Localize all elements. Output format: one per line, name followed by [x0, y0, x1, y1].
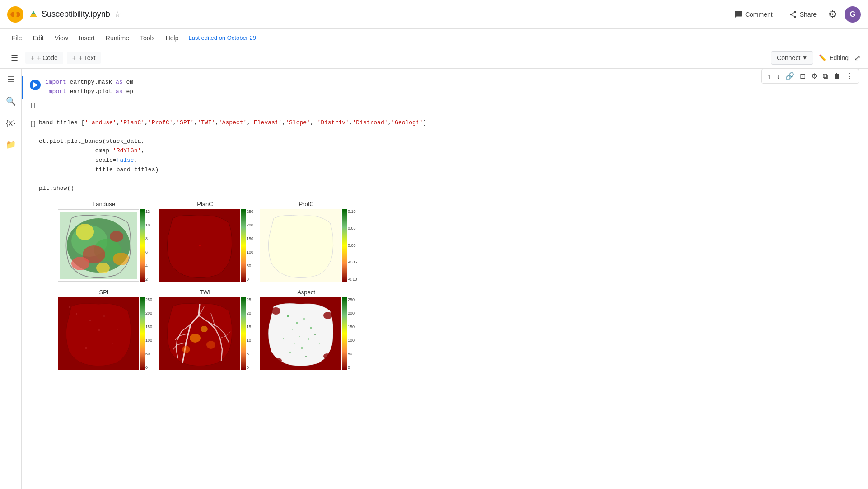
- share-button[interactable]: Share: [784, 8, 821, 21]
- plot-twi: TWI: [159, 289, 251, 370]
- colorbar-gradient-profc: [342, 209, 347, 282]
- plot-spi-title: SPI: [99, 289, 109, 296]
- plot-twi-colorbar: 25 20 15 10 5 0: [241, 297, 251, 370]
- avatar[interactable]: G: [845, 6, 861, 23]
- plot-twi-image: [159, 297, 240, 370]
- svg-rect-26: [76, 313, 77, 315]
- connect-dropdown-icon: ▼: [802, 55, 807, 61]
- menu-tools[interactable]: Tools: [135, 33, 159, 43]
- comment-button[interactable]: Comment: [730, 8, 777, 21]
- sidebar-files-icon[interactable]: 📁: [4, 137, 18, 152]
- left-sidebar: ☰ 🔍 {x} 📁: [0, 69, 22, 489]
- comment-icon: [734, 10, 742, 19]
- add-code-button[interactable]: + + Code: [25, 52, 63, 64]
- svg-rect-52: [319, 343, 320, 344]
- colab-logo: [7, 6, 23, 23]
- menu-help[interactable]: Help: [161, 33, 183, 43]
- svg-rect-49: [314, 334, 316, 335]
- svg-point-17: [96, 263, 110, 273]
- cell-move-down-icon[interactable]: ↓: [775, 71, 782, 81]
- menu-runtime[interactable]: Runtime: [101, 33, 134, 43]
- settings-icon[interactable]: ⚙: [828, 9, 837, 20]
- share-icon: [789, 10, 797, 19]
- plot-spi: SPI: [58, 289, 150, 370]
- add-text-button[interactable]: + + Text: [67, 52, 101, 64]
- svg-rect-32: [117, 329, 118, 330]
- plot-profc-colorbar: 0.10 0.05 0.00 -0.05 -0.10: [342, 209, 352, 282]
- plot-spi-image: [58, 297, 139, 370]
- plot-aspect-title: Aspect: [297, 289, 315, 296]
- svg-rect-53: [289, 352, 291, 353]
- plot-twi-title: TWI: [200, 289, 210, 296]
- svg-rect-28: [112, 343, 113, 344]
- plot-profc-image: [260, 209, 341, 282]
- cell-settings-icon[interactable]: ⚙: [809, 71, 819, 81]
- cell-more-icon[interactable]: ⋮: [844, 71, 855, 81]
- svg-point-58: [323, 353, 331, 359]
- svg-point-35: [190, 334, 201, 343]
- sidebar-search-icon[interactable]: 🔍: [4, 94, 18, 108]
- svg-rect-31: [103, 315, 105, 317]
- svg-point-20: [199, 244, 201, 246]
- svg-rect-33: [140, 297, 145, 370]
- menu-file[interactable]: File: [7, 33, 27, 43]
- cell-2-code[interactable]: [39, 100, 861, 111]
- svg-point-57: [275, 358, 282, 363]
- cell-delete-icon[interactable]: 🗑: [831, 71, 842, 81]
- svg-point-38: [206, 341, 215, 349]
- notebook-title[interactable]: Susceptibility.ipynb: [42, 9, 110, 19]
- svg-point-14: [110, 231, 123, 242]
- plot-profc-title: ProfC: [299, 201, 313, 207]
- menu-insert[interactable]: Insert: [75, 33, 99, 43]
- cell-3-bracket: [ ]: [29, 120, 35, 127]
- cell-copy-icon[interactable]: ⧉: [821, 71, 830, 81]
- expand-icon[interactable]: ⤢: [854, 53, 861, 63]
- cell-link-icon[interactable]: 🔗: [784, 71, 796, 81]
- colorbar-gradient-twi: [241, 297, 246, 370]
- cell-move-up-icon[interactable]: ↑: [765, 71, 773, 81]
- menu-edit[interactable]: Edit: [28, 33, 48, 43]
- code-cell-2: [ ]: [22, 99, 868, 117]
- svg-rect-25: [69, 306, 70, 308]
- svg-point-36: [201, 326, 208, 332]
- plot-planc: PlanC: [159, 201, 251, 282]
- menubar: File Edit View Insert Runtime Tools Help…: [0, 29, 868, 47]
- sidebar-toc-icon[interactable]: ☰: [4, 72, 18, 87]
- svg-point-15: [76, 224, 94, 240]
- svg-rect-41: [287, 315, 289, 317]
- main-area: ☰ 🔍 {x} 📁 import earthpy.mask as em impo…: [0, 69, 868, 489]
- svg-point-37: [182, 346, 190, 353]
- svg-rect-46: [299, 336, 300, 337]
- svg-rect-29: [85, 347, 87, 349]
- colorbar-gradient-planc: [241, 209, 246, 282]
- drive-icon: [29, 10, 38, 19]
- plot-row-1: Landuse: [58, 197, 861, 285]
- run-cell-1-button[interactable]: [29, 79, 42, 91]
- cell-toolbar: ↑ ↓ 🔗 ⊡ ⚙ ⧉ 🗑 ⋮: [761, 69, 859, 84]
- code-cell-1: import earthpy.mask as em import earthpy…: [22, 76, 868, 99]
- last-edited[interactable]: Last edited on October 29: [188, 34, 256, 41]
- svg-rect-21: [241, 209, 246, 282]
- svg-point-56: [323, 312, 332, 319]
- cell-1-code[interactable]: import earthpy.mask as em import earthpy…: [45, 78, 861, 97]
- menu-view[interactable]: View: [50, 33, 73, 43]
- sidebar-variable-icon[interactable]: {x}: [4, 116, 18, 130]
- svg-rect-50: [283, 338, 284, 339]
- svg-rect-59: [342, 297, 347, 370]
- svg-rect-43: [303, 318, 305, 320]
- svg-rect-30: [89, 320, 91, 321]
- plot-landuse: Landuse: [58, 201, 150, 282]
- toolbar-right: Connect ▼ ✏️ Editing ⤢: [771, 51, 861, 65]
- sidebar-toggle-icon[interactable]: ☰: [7, 51, 22, 65]
- colorbar-gradient-landuse: [140, 209, 145, 282]
- cell-expand-icon[interactable]: ⊡: [798, 71, 807, 81]
- plot-row-2: SPI: [58, 285, 861, 373]
- plot-aspect-colorbar: 250 200 150 100 50 0: [342, 297, 352, 370]
- star-icon[interactable]: ☆: [114, 9, 121, 19]
- svg-rect-54: [305, 356, 307, 357]
- notebook-content: import earthpy.mask as em import earthpy…: [22, 69, 868, 489]
- plot-landuse-title: Landuse: [93, 201, 115, 207]
- connect-button[interactable]: Connect ▼: [771, 51, 813, 65]
- svg-rect-44: [292, 329, 293, 330]
- cell-3-code[interactable]: band_titles=['Landuse','PlanC','ProfC','…: [39, 118, 861, 193]
